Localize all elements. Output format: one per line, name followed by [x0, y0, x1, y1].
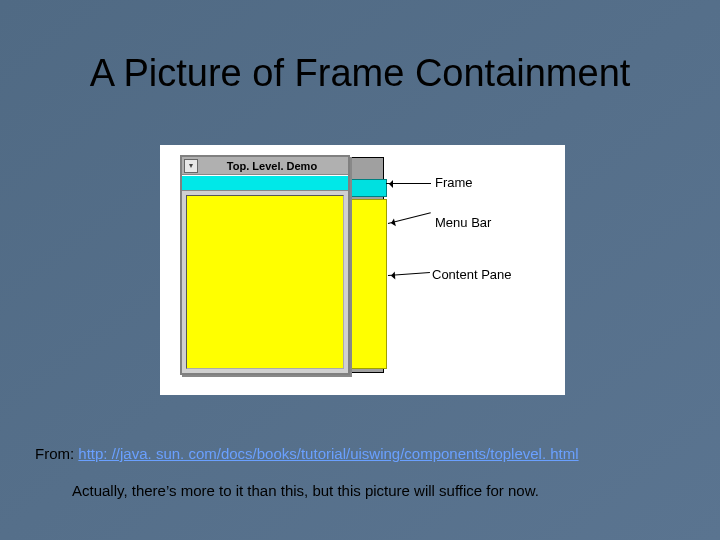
frame-window: ▾ Top. Level. Demo — [180, 155, 350, 375]
from-prefix: From: — [35, 445, 78, 462]
window-title: Top. Level. Demo — [198, 160, 346, 172]
menu-bar — [182, 175, 348, 191]
footnote: Actually, there’s more to it than this, … — [72, 482, 539, 499]
page-title: A Picture of Frame Containment — [0, 52, 720, 95]
content-pane — [186, 195, 344, 369]
arrow-menubar — [388, 212, 431, 224]
system-menu-icon: ▾ — [184, 159, 198, 173]
label-menubar: Menu Bar — [435, 215, 491, 230]
arrow-frame — [386, 183, 431, 184]
arrow-contentpane — [388, 272, 430, 276]
label-frame: Frame — [435, 175, 473, 190]
source-line: From: http: //java. sun. com/docs/books/… — [35, 445, 579, 462]
label-contentpane: Content Pane — [432, 267, 512, 282]
source-link[interactable]: http: //java. sun. com/docs/books/tutori… — [78, 445, 578, 462]
title-bar: ▾ Top. Level. Demo — [182, 157, 348, 175]
containment-diagram: ▾ Top. Level. Demo Frame Menu Bar Conten… — [160, 145, 565, 395]
